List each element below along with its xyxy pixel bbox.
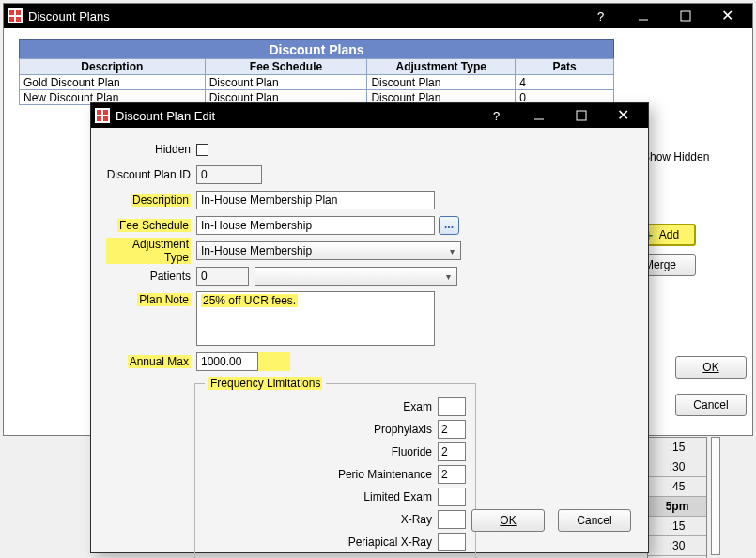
modal-titlebar: Discount Plan Edit ? ✕ xyxy=(91,103,648,128)
time-slot[interactable]: :45 xyxy=(648,477,706,497)
parent-cancel-button[interactable]: Cancel xyxy=(675,394,747,416)
modal-title: Discount Plan Edit xyxy=(116,109,215,123)
help-button[interactable]: ? xyxy=(579,4,622,28)
app-icon xyxy=(8,8,23,23)
time-slot[interactable]: :15 xyxy=(648,517,706,536)
plan-note-field[interactable]: 25% off UCR fees. xyxy=(196,291,435,346)
hidden-checkbox[interactable] xyxy=(196,144,208,156)
frequency-limitations-group: Frequency Limitations Exam Prophylaxis F… xyxy=(194,377,476,558)
modal-cancel-button[interactable]: Cancel xyxy=(558,509,631,532)
close-button[interactable]: ✕ xyxy=(706,4,748,28)
discount-plan-id-field xyxy=(196,165,262,184)
modal-help-button[interactable]: ? xyxy=(475,103,517,128)
col-adjustment-type[interactable]: Adjustment Type xyxy=(367,59,516,75)
exam-field[interactable] xyxy=(438,397,466,416)
parent-titlebar: Discount Plans ? ✕ xyxy=(4,4,752,28)
prophylaxis-field[interactable] xyxy=(438,420,466,439)
col-description[interactable]: Description xyxy=(20,59,206,75)
parent-title: Discount Plans xyxy=(28,9,110,23)
time-slot-hour[interactable]: 5pm xyxy=(648,497,706,517)
fee-schedule-label: Fee Schedule xyxy=(106,219,196,232)
modal-body: Hidden Discount Plan ID Description Fee … xyxy=(91,128,648,552)
patients-select[interactable]: ▾ xyxy=(255,267,457,286)
modal-minimize-button[interactable] xyxy=(517,103,560,128)
time-slot[interactable]: :15 xyxy=(648,438,706,457)
annual-max-field[interactable] xyxy=(196,352,258,371)
perio-maintenance-label: Perio Maintenance xyxy=(338,468,432,481)
parent-ok-button[interactable]: OK xyxy=(675,356,747,379)
patients-count-field xyxy=(196,267,249,286)
col-pats[interactable]: Pats xyxy=(516,59,614,75)
prophylaxis-label: Prophylaxis xyxy=(374,423,432,436)
svg-rect-1 xyxy=(681,11,690,21)
adjustment-type-label: Adjustment Type xyxy=(106,238,196,264)
fluoride-field[interactable] xyxy=(438,442,466,461)
svg-rect-3 xyxy=(577,111,586,120)
col-fee-schedule[interactable]: Fee Schedule xyxy=(205,59,367,75)
patients-label: Patients xyxy=(106,270,196,283)
fluoride-label: Fluoride xyxy=(392,445,432,458)
adjustment-type-select[interactable]: In-House Membership ▾ xyxy=(196,241,461,260)
table-title: Discount Plans xyxy=(19,39,614,58)
description-field[interactable] xyxy=(196,191,435,209)
discount-plan-edit-dialog: Discount Plan Edit ? ✕ Hidden Discount P… xyxy=(90,102,649,553)
xray-label: X-Ray xyxy=(401,513,432,526)
schedule-strip: :15 :30 :45 5pm :15 :30 :45 xyxy=(647,437,707,558)
annual-max-label: Annual Max xyxy=(106,355,196,368)
chevron-down-icon: ▾ xyxy=(450,246,455,256)
fee-schedule-field[interactable] xyxy=(196,216,435,235)
fee-schedule-browse-button[interactable]: ... xyxy=(439,216,459,235)
time-slot[interactable]: :30 xyxy=(648,536,706,556)
modal-close-button[interactable]: ✕ xyxy=(602,103,644,128)
limited-exam-label: Limited Exam xyxy=(363,490,432,504)
plan-note-label: Plan Note xyxy=(106,291,196,306)
minimize-button[interactable] xyxy=(622,4,664,28)
table-row[interactable]: Gold Discount Plan Discount Plan Discoun… xyxy=(20,75,614,90)
frequency-limitations-legend: Frequency Limitations xyxy=(205,377,326,390)
perio-maintenance-field[interactable] xyxy=(438,465,466,484)
app-icon xyxy=(95,108,110,123)
exam-label: Exam xyxy=(403,400,432,413)
periapical-xray-label: Periapical X-Ray xyxy=(348,535,432,549)
periapical-xray-field[interactable] xyxy=(438,533,466,551)
parent-ok-cancel: OK Cancel xyxy=(675,356,747,424)
discount-plan-id-label: Discount Plan ID xyxy=(106,168,196,181)
description-label: Description xyxy=(106,194,196,207)
maximize-button[interactable] xyxy=(664,4,706,28)
modal-ok-button[interactable]: OK xyxy=(471,509,545,532)
chevron-down-icon: ▾ xyxy=(446,271,451,282)
time-slot[interactable]: :30 xyxy=(648,457,706,477)
show-hidden-label: Show Hidden xyxy=(642,150,709,163)
hidden-label: Hidden xyxy=(106,143,196,156)
modal-ok-cancel: OK Cancel xyxy=(471,509,631,539)
xray-field[interactable] xyxy=(438,510,466,529)
limited-exam-field[interactable] xyxy=(438,488,466,506)
schedule-scrollbar[interactable] xyxy=(711,437,720,555)
discount-plans-table: Description Fee Schedule Adjustment Type… xyxy=(19,58,614,105)
modal-maximize-button[interactable] xyxy=(560,103,602,128)
